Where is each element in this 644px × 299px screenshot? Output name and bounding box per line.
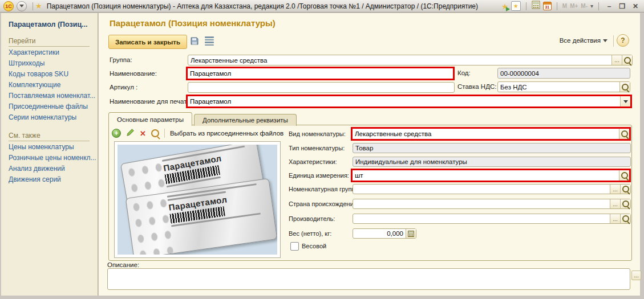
vat-field[interactable]: Без НДС: [497, 81, 630, 92]
unit-label: Единица измерения:: [289, 172, 349, 179]
vat-value: Без НДС: [498, 84, 619, 91]
memory-recall-button[interactable]: M: [562, 3, 567, 9]
print-name-field-highlighted[interactable]: Парацетамол: [186, 95, 632, 108]
chevron-down-icon: [603, 39, 607, 42]
group-value: Лекарственные средства: [188, 57, 611, 64]
find-magnifier-icon[interactable]: [151, 129, 159, 137]
magnifier-button[interactable]: [620, 185, 630, 194]
tab-main-parameters[interactable]: Основные параметры: [108, 112, 192, 126]
add-icon[interactable]: +: [112, 129, 121, 138]
magnifier-button[interactable]: [622, 55, 632, 65]
main-parameters-panel: + ✕ Выбрать из присоединенных файлов Пар: [108, 125, 632, 261]
chevron-down-icon: [623, 100, 628, 103]
save-and-close-button[interactable]: Записать и закрыть: [108, 35, 187, 49]
tab-additional-attributes[interactable]: Дополнительные реквизиты: [194, 114, 297, 126]
group-field[interactable]: Лекарственные средства ...: [188, 55, 633, 65]
sidebar-item-supplied-nomenclature[interactable]: Поставляемая номенклат...: [1, 91, 98, 101]
titlebar-separator: [33, 2, 33, 10]
journal-icon[interactable]: [205, 36, 214, 46]
magnifier-icon: [622, 215, 629, 222]
sidebar-item-series[interactable]: Серии номенклатуры: [1, 112, 98, 123]
weighted-checkbox-label: Весовой: [302, 243, 326, 249]
ellipsis-button[interactable]: ...: [610, 185, 620, 194]
ellipsis-button[interactable]: ...: [610, 199, 620, 208]
print-name-label: Наименование для печати:: [110, 98, 192, 105]
main-form: Парацетамол (Позиция номенклатуры) Запис…: [99, 13, 640, 296]
favorites-star-icon[interactable]: ★: [35, 2, 42, 10]
manufacturer-label: Производитель:: [289, 215, 335, 222]
image-toolbar: + ✕ Выбрать из присоединенных файлов: [112, 128, 283, 139]
memory-plus-button[interactable]: M+: [570, 3, 578, 9]
unit-field-highlighted[interactable]: шт: [351, 169, 631, 182]
tab-strip: Основные параметры Дополнительные реквиз…: [108, 112, 297, 126]
sidebar-item-barcodes[interactable]: Штрихкоды: [1, 58, 98, 69]
sidebar-item-sku-codes[interactable]: Коды товаров SKU: [1, 69, 98, 80]
select-from-attached-files-button[interactable]: Выбрать из присоединенных файлов: [170, 130, 283, 137]
favorites-list-icon[interactable]: ★: [511, 1, 521, 11]
memory-minus-button[interactable]: M-: [581, 3, 588, 9]
all-actions-label: Все действия: [560, 37, 601, 44]
navigation-sidebar: Парацетамол (Позиц... Перейти Характерис…: [1, 13, 98, 296]
calculator-button[interactable]: [406, 229, 416, 238]
type-field: Товар: [353, 143, 631, 153]
name-field-highlighted[interactable]: Парацетамол: [186, 67, 455, 80]
description-textarea[interactable]: [107, 268, 630, 290]
manufacturer-field[interactable]: ...: [353, 214, 631, 224]
print-name-value: Парацетамол: [188, 96, 620, 107]
weight-field[interactable]: 0,000: [353, 228, 416, 239]
maximize-button[interactable]: ❒: [617, 2, 627, 10]
code-label: Код:: [457, 69, 471, 76]
magnifier-icon: [622, 84, 629, 91]
ellipsis-button[interactable]: ...: [610, 214, 620, 223]
calendar-day: 31: [545, 5, 549, 10]
magnifier-icon: [621, 172, 628, 179]
page-title: Парацетамол (Позиция номенклатуры): [110, 18, 276, 28]
delete-icon[interactable]: ✕: [140, 129, 146, 138]
sidebar-item-series-movements[interactable]: Движения серий: [1, 174, 98, 185]
vat-label: Ставка НДС:: [457, 83, 496, 90]
sidebar-title: Парацетамол (Позиц...: [1, 13, 98, 28]
type-value: Товар: [353, 145, 630, 151]
titlebar-separator: [598, 2, 599, 10]
titlebar: 1С ★ Парацетамол (Позиция номенклатуры) …: [0, 0, 644, 13]
magnifier-button[interactable]: [619, 129, 629, 139]
kind-field-highlighted[interactable]: Лекарственные средства: [351, 127, 631, 141]
minimize-button[interactable]: –: [604, 2, 614, 10]
edit-pencil-icon[interactable]: [126, 128, 135, 139]
add-to-favorites-icon[interactable]: ★: [501, 1, 508, 11]
nomenclature-group-field[interactable]: ...: [353, 184, 631, 194]
dropdown-button[interactable]: [620, 96, 630, 107]
product-image-frame: Парацетамол Парацетамол: [114, 141, 281, 258]
description-label: Описание:: [107, 261, 139, 268]
save-icon[interactable]: [190, 36, 199, 46]
ellipsis-button[interactable]: ...: [611, 55, 622, 65]
sidebar-item-characteristics[interactable]: Характеристики: [1, 47, 98, 58]
characteristics-field: Индивидуальные для номенклатуры: [353, 157, 631, 167]
calendar-icon[interactable]: 31: [543, 2, 552, 10]
article-field[interactable]: [188, 82, 455, 93]
titlebar-separator: [526, 2, 526, 10]
magnifier-button[interactable]: [619, 170, 629, 181]
sidebar-item-components[interactable]: Комплектующие: [1, 80, 98, 91]
command-separator: [613, 35, 614, 47]
help-button[interactable]: ?: [617, 34, 629, 47]
magnifier-button[interactable]: [619, 82, 630, 92]
sidebar-item-prices[interactable]: Цены номенклатуры: [1, 142, 98, 153]
chevron-down-icon[interactable]: ▾: [590, 3, 593, 9]
characteristics-label: Характеристики:: [289, 158, 337, 165]
all-actions-button[interactable]: Все действия: [560, 37, 607, 44]
name-value: Парацетамол: [188, 68, 453, 79]
magnifier-button[interactable]: [620, 199, 630, 208]
close-button[interactable]: ✕: [630, 2, 641, 10]
name-label: Наименование:: [110, 70, 157, 77]
sidebar-item-attached-files[interactable]: Присоединенные файлы: [1, 101, 98, 112]
country-field[interactable]: ...: [353, 199, 631, 209]
magnifier-button[interactable]: [620, 214, 630, 223]
description-ellipsis-button[interactable]: ...: [631, 271, 641, 280]
sidebar-item-retail-prices[interactable]: Розничные цены номенкл...: [1, 153, 98, 163]
sidebar-item-movement-analysis[interactable]: Анализ движений: [1, 163, 98, 174]
group-label: Группа:: [110, 56, 132, 63]
calculator-icon[interactable]: [532, 1, 540, 11]
weighted-checkbox[interactable]: [290, 242, 299, 251]
main-menu-button[interactable]: [17, 1, 27, 11]
